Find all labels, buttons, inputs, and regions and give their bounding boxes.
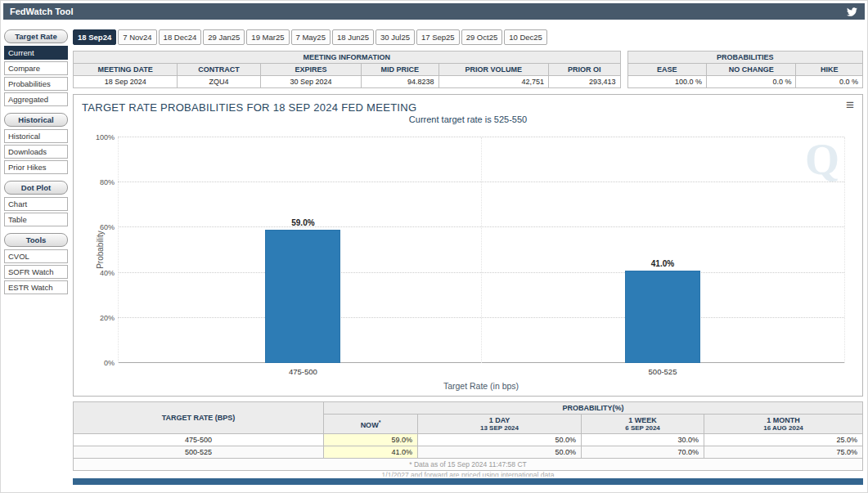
- layout: Target Rate Current Compare Probabilitie…: [3, 20, 865, 485]
- ease-value: 100.0 %: [627, 76, 706, 88]
- secondary-footnote: 1/1/2027 and forward are priced using in…: [73, 471, 863, 477]
- bar-475-500-rect: [265, 230, 340, 363]
- tab-29-jan25[interactable]: 29 Jan25: [203, 29, 245, 45]
- tab-18-sep24[interactable]: 18 Sep24: [73, 29, 116, 45]
- table-footnote-row: * Data as of 15 Sep 2024 11:47:58 CT: [74, 459, 863, 471]
- sidebar-item-downloads[interactable]: Downloads: [4, 145, 68, 159]
- month-500-525: 75.0%: [704, 446, 863, 459]
- probabilities-title: PROBABILITIES: [627, 52, 863, 64]
- day-500-525: 50.0%: [418, 446, 582, 459]
- sidebar-section-tools[interactable]: Tools: [4, 233, 68, 247]
- vgridline-left: [118, 137, 119, 363]
- col-1-week: 1 WEEK6 SEP 2024: [582, 415, 704, 434]
- ytick-80: 80%: [82, 178, 115, 186]
- sidebar-section-target-rate[interactable]: Target Rate: [4, 29, 68, 43]
- col-hike: HIKE: [796, 64, 863, 76]
- col-now: NOW*: [324, 415, 418, 434]
- col-mid-price: MID PRICE: [362, 64, 439, 76]
- tab-10-dec25[interactable]: 10 Dec25: [504, 29, 547, 45]
- chart-context-menu-icon[interactable]: ≡: [846, 100, 854, 111]
- x-category-475-500: 475-500: [289, 367, 317, 376]
- bar-500-525-rect: [625, 271, 700, 363]
- sidebar-item-compare[interactable]: Compare: [4, 61, 68, 75]
- rate-475-500: 475-500: [74, 434, 324, 446]
- tab-17-sep25[interactable]: 17 Sep25: [416, 29, 460, 45]
- table-row-500-525: 500-525 41.0% 50.0% 70.0% 75.0%: [74, 446, 863, 459]
- tab-19-mar25[interactable]: 19 Mar25: [246, 29, 289, 45]
- expires-value: 30 Sep 2024: [260, 76, 361, 88]
- tab-7-nov24[interactable]: 7 Nov24: [118, 29, 156, 45]
- twitter-icon[interactable]: [846, 7, 858, 17]
- sidebar-item-current[interactable]: Current: [4, 46, 68, 60]
- plot-wrap: Probability Q 100% 80%: [80, 137, 849, 363]
- vgridline-right: [844, 137, 845, 363]
- sidebar-item-chart[interactable]: Chart: [4, 197, 68, 211]
- tab-30-jul25[interactable]: 30 Jul25: [376, 29, 415, 45]
- ytick-100: 100%: [82, 133, 115, 141]
- chart-subtitle: Current target rate is 525-550: [74, 114, 862, 124]
- contract-value: ZQU4: [178, 76, 260, 88]
- meeting-info-table: MEETING INFORMATION MEETING DATE CONTRAC…: [73, 51, 621, 88]
- table-row-475-500: 475-500 59.0% 50.0% 30.0% 25.0%: [74, 434, 863, 446]
- week-500-525: 70.0%: [582, 446, 704, 459]
- footer-bar: [73, 478, 863, 485]
- tab-29-oct25[interactable]: 29 Oct25: [461, 29, 503, 45]
- fedwatch-app: FedWatch Tool Target Rate Current Compar…: [0, 0, 868, 493]
- probability-group-header: PROBABILITY(%): [324, 402, 863, 415]
- prior-volume-value: 42,751: [438, 76, 548, 88]
- sidebar-item-probabilities[interactable]: Probabilities: [4, 77, 68, 91]
- week-475-500: 30.0%: [582, 434, 704, 446]
- bar-500-525[interactable]: 41.0%: [625, 137, 700, 363]
- ytick-60: 60%: [82, 223, 115, 231]
- quikstrike-watermark-logo: Q: [805, 137, 839, 182]
- mid-price-value: 94.8238: [362, 76, 439, 88]
- sidebar-item-cvol[interactable]: CVOL: [4, 249, 68, 263]
- y-axis-title: Probability: [96, 226, 105, 275]
- meeting-date-tabs: 18 Sep24 7 Nov24 18 Dec24 29 Jan25 19 Ma…: [73, 29, 863, 45]
- tab-18-dec24[interactable]: 18 Dec24: [159, 29, 202, 45]
- sidebar-item-table[interactable]: Table: [4, 213, 68, 226]
- sidebar-item-sofr-watch[interactable]: SOFR Watch: [4, 265, 68, 279]
- col-meeting-date: MEETING DATE: [74, 64, 178, 76]
- now-475-500: 59.0%: [324, 434, 418, 446]
- col-ease: EASE: [627, 64, 706, 76]
- sidebar-item-estr-watch[interactable]: ESTR Watch: [4, 280, 68, 294]
- col-no-change: NO CHANGE: [706, 64, 796, 76]
- sidebar-item-prior-hikes[interactable]: Prior Hikes: [4, 160, 68, 174]
- rate-header: TARGET RATE (BPS): [74, 402, 324, 434]
- col-prior-oi: PRIOR OI: [548, 64, 620, 76]
- col-1-day: 1 DAY13 SEP 2024: [418, 415, 582, 434]
- prior-oi-value: 293,413: [548, 76, 620, 88]
- app-header: FedWatch Tool: [3, 3, 865, 20]
- sidebar-section-dot-plot[interactable]: Dot Plot: [4, 181, 68, 195]
- col-prior-volume: PRIOR VOLUME: [438, 64, 548, 76]
- sidebar: Target Rate Current Compare Probabilitie…: [4, 29, 68, 485]
- hike-value: 0.0 %: [796, 76, 863, 88]
- now-500-525: 41.0%: [324, 446, 418, 459]
- sidebar-item-historical[interactable]: Historical: [4, 129, 68, 143]
- data-as-of-footnote: * Data as of 15 Sep 2024 11:47:58 CT: [74, 459, 863, 471]
- sidebar-item-aggregated[interactable]: Aggregated: [4, 92, 68, 106]
- chart-panel: TARGET RATE PROBABILITIES FOR 18 SEP 202…: [73, 94, 863, 397]
- sidebar-section-historical[interactable]: Historical: [4, 113, 68, 127]
- probabilities-summary-table: PROBABILITIES EASE NO CHANGE HIKE 100.0 …: [627, 51, 864, 88]
- info-row: MEETING INFORMATION MEETING DATE CONTRAC…: [73, 51, 863, 88]
- ytick-40: 40%: [82, 269, 115, 277]
- tab-18-jun25[interactable]: 18 Jun25: [332, 29, 374, 45]
- no-change-value: 0.0 %: [706, 76, 796, 88]
- meeting-info-title: MEETING INFORMATION: [74, 52, 621, 64]
- app-title: FedWatch Tool: [10, 7, 74, 16]
- col-contract: CONTRACT: [178, 64, 260, 76]
- main-content: 18 Sep24 7 Nov24 18 Dec24 29 Jan25 19 Ma…: [73, 29, 863, 485]
- col-1-month: 1 MONTH16 AUG 2024: [704, 415, 863, 434]
- x-axis-title: Target Rate (in bps): [443, 381, 519, 391]
- rate-500-525: 500-525: [74, 446, 324, 459]
- bar-500-525-value-label: 41.0%: [651, 259, 674, 268]
- now-asterisk: *: [379, 419, 381, 425]
- chart-title: TARGET RATE PROBABILITIES FOR 18 SEP 202…: [74, 95, 862, 114]
- tab-7-may25[interactable]: 7 May25: [291, 29, 331, 45]
- col-expires: EXPIRES: [260, 64, 361, 76]
- vgridline-center: [481, 137, 482, 363]
- month-475-500: 25.0%: [704, 434, 863, 446]
- bar-475-500[interactable]: 59.0%: [265, 137, 340, 363]
